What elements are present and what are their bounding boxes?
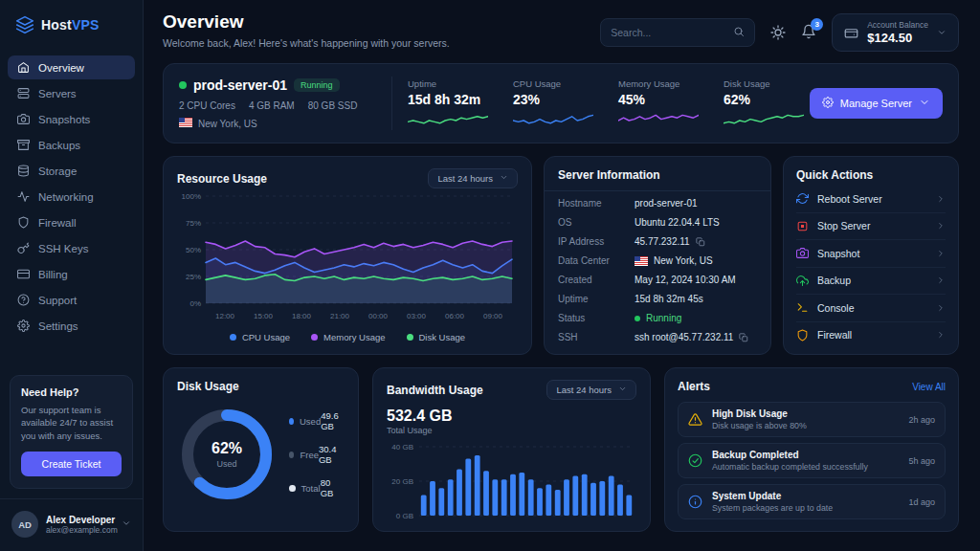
sidebar-item-settings[interactable]: Settings [8,314,135,338]
status-badge: Running [294,78,340,92]
copy-icon[interactable] [739,333,748,342]
alert-high-disk-usage[interactable]: High Disk UsageDisk usage is above 80%2h… [678,402,946,437]
chevron-right-icon [936,194,946,204]
bandwidth-total: 532.4 GB [387,408,636,425]
user-email: alex@example.com [46,525,114,535]
balance-value: $124.50 [867,31,928,45]
server-status-bar: prod-server-01 Running 2 CPU Cores 4 GB … [163,63,959,143]
search-input[interactable] [611,27,733,38]
info-row-os: OSUbuntu 22.04.4 LTS [558,217,757,228]
us-flag-icon [635,256,648,266]
help-circle-icon [17,294,30,306]
user-menu[interactable]: AD Alex Developer alex@example.com [0,498,143,551]
spec-disk: 80 GB SSD [308,100,358,111]
sidebar-item-snapshots[interactable]: Snapshots [8,107,135,131]
camera-icon [796,247,809,259]
chevron-down-icon [919,97,930,110]
bandwidth-bar-chart: 0 GB20 GB40 GB12:0016:0020:0000:0004:000… [387,441,637,525]
terminal-icon [796,301,809,314]
info-row-created: CreatedMay 12, 2024 10:30 AM [558,275,757,285]
main-content: Overview Welcome back, Alex! Here's what… [144,0,980,551]
copy-icon[interactable] [696,237,705,247]
user-name: Alex Developer [46,515,114,525]
quick-action-firewall[interactable]: Firewall [796,322,946,349]
spec-ram: 4 GB RAM [249,100,295,111]
legend-cpu-usage: CPU Usage [230,332,290,342]
server-stat-memory-usage: Memory Usage45% [618,78,699,129]
refresh-icon [796,192,809,205]
cloud-up-icon [796,275,809,287]
alert-system-update[interactable]: System UpdateSystem packages are up to d… [678,484,946,519]
sidebar-item-support[interactable]: Support [8,288,135,312]
home-icon [17,61,30,74]
quick-action-console[interactable]: Console [796,295,946,322]
info-row-ip-address: IP Address45.77.232.11 [558,236,757,247]
svg-text:12:00: 12:00 [423,523,443,525]
legend-disk-usage: Disk Usage [407,332,466,342]
svg-text:00:00: 00:00 [530,523,550,525]
sidebar-item-overview[interactable]: Overview [8,55,135,79]
svg-text:21:00: 21:00 [330,312,350,320]
manage-server-button[interactable]: Manage Server [810,88,943,119]
notifications-bell-icon[interactable]: 3 [801,24,816,42]
spec-cpu: 2 CPU Cores [179,100,235,111]
alerts-title: Alerts [678,380,710,393]
server-icon [17,87,30,99]
disk-percent: 62% [212,440,242,457]
alerts-panel: Alerts View All High Disk UsageDisk usag… [664,367,959,532]
info-icon [688,495,702,509]
sidebar-item-backups[interactable]: Backups [8,133,135,157]
sidebar-item-billing[interactable]: Billing [8,262,135,286]
info-row-uptime: Uptime15d 8h 32m 45s [558,294,757,304]
disk-legend-used: Used49.6 GB [289,410,345,431]
create-ticket-button[interactable]: Create Ticket [21,452,122,476]
bandwidth-usage-panel: Bandwidth Usage Last 24 hours 532.4 GB T… [372,367,651,532]
shield-icon [17,216,30,229]
info-row-hostname: Hostnameprod-server-01 [558,198,757,209]
chevron-right-icon [936,276,946,285]
theme-toggle-sun-icon[interactable] [770,25,786,40]
credit-card-icon [17,268,30,280]
svg-text:04:00: 04:00 [566,523,586,525]
server-stat-uptime: Uptime15d 8h 32m [408,78,488,129]
sidebar-item-storage[interactable]: Storage [8,159,135,183]
stop-icon [796,220,809,232]
alerts-view-all-link[interactable]: View All [912,382,946,392]
server-name: prod-server-01 [193,77,287,93]
svg-text:0%: 0% [189,299,201,308]
alert-backup-completed[interactable]: Backup CompletedAutomatic backup complet… [678,443,946,478]
balance-label: Account Balance [867,20,928,30]
sidebar-item-servers[interactable]: Servers [8,81,135,105]
disk-legend-total: Total80 GB [289,477,345,498]
quick-action-snapshot[interactable]: Snapshot [796,240,946,268]
account-balance-card[interactable]: Account Balance $124.50 [832,13,959,52]
chevron-right-icon [936,221,946,231]
quick-action-backup[interactable]: Backup [796,268,946,296]
sparkline [724,110,804,129]
sparkline [408,110,488,129]
shield-icon [796,329,809,342]
svg-text:75%: 75% [186,219,201,228]
sparkline [513,110,593,129]
check-circle-icon [688,453,702,468]
sidebar-item-ssh-keys[interactable]: SSH Keys [8,236,135,260]
disk-percent-label: Used [216,459,236,469]
server-stat-cpu-usage: CPU Usage23% [513,78,593,129]
resource-range-select[interactable]: Last 24 hours [428,168,518,188]
search-box[interactable] [600,18,755,47]
page-title: Overview [163,11,450,33]
sidebar-item-networking[interactable]: Networking [8,185,135,209]
quick-action-reboot-server[interactable]: Reboot Server [796,186,946,213]
notification-badge: 3 [811,18,823,31]
avatar: AD [11,511,38,538]
database-icon [17,165,30,177]
svg-text:12:00: 12:00 [215,312,235,320]
bandwidth-range-select[interactable]: Last 24 hours [546,380,636,400]
sidebar-item-firewall[interactable]: Firewall [8,210,135,234]
svg-text:40 GB: 40 GB [391,443,413,452]
activity-icon [17,190,30,203]
svg-text:100%: 100% [182,192,201,201]
svg-text:18:00: 18:00 [292,312,312,320]
quick-action-stop-server[interactable]: Stop Server [796,213,946,241]
help-title: Need Help? [21,386,122,398]
